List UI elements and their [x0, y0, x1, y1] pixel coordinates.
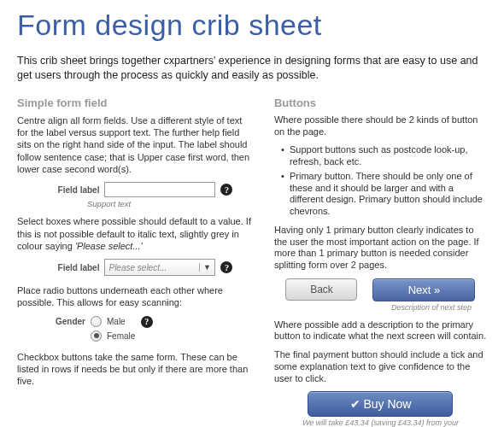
button-row: Back Next » — [274, 278, 487, 301]
chevron-down-icon: ▼ — [199, 263, 211, 272]
select-field-example: Field label Please select... ▼ ? — [17, 259, 255, 276]
help-icon[interactable]: ? — [220, 261, 232, 273]
list-item: Support buttons such as postcode look-up… — [274, 144, 487, 168]
paragraph: Centre align all form fields. Use a diff… — [17, 114, 255, 175]
page-title: Form design crib sheet — [17, 9, 487, 42]
radio-female[interactable] — [91, 330, 102, 342]
radio-label: Male — [107, 317, 126, 326]
paragraph: Where possible add a description to the … — [274, 319, 487, 343]
buy-button-caption: We will take £43.34 (saving £43.34) from… — [274, 418, 487, 427]
next-button[interactable]: Next » — [372, 278, 475, 301]
text-input[interactable] — [104, 182, 215, 197]
paragraph: Select boxes where possible should defau… — [17, 215, 255, 252]
help-icon[interactable]: ? — [141, 316, 153, 328]
support-text: Support text — [87, 199, 255, 208]
section-heading-buttons: Buttons — [274, 97, 487, 109]
list-item: Primary button. There should be only one… — [274, 171, 487, 218]
text-field-example: Field label ? — [17, 182, 255, 197]
select-input[interactable]: Please select... ▼ — [104, 259, 215, 276]
back-button[interactable]: Back — [285, 278, 357, 301]
field-label: Field label — [39, 185, 99, 195]
radio-label: Female — [107, 331, 135, 341]
paragraph: Checkbox buttons take the same form. The… — [17, 351, 255, 388]
paragraph: Having only 1 primary button clearly ind… — [274, 225, 487, 272]
section-heading-simple-form-field: Simple form field — [17, 97, 255, 109]
paragraph: Where possible there should be 2 kinds o… — [274, 114, 487, 138]
select-placeholder: Please select... — [108, 263, 167, 272]
field-label: Field label — [39, 263, 99, 272]
radio-male[interactable] — [91, 316, 102, 327]
help-icon[interactable]: ? — [220, 184, 232, 196]
bullet-list: Support buttons such as postcode look-up… — [274, 144, 487, 218]
paragraph: The final payment button should include … — [274, 349, 487, 384]
next-button-caption: Description of next step — [274, 303, 487, 313]
paragraph: Place radio buttons underneath each othe… — [17, 284, 255, 309]
buy-now-button[interactable]: ✔ Buy Now — [308, 391, 453, 417]
intro-text: This crib sheet brings together cxpartne… — [17, 54, 487, 83]
field-label: Gender — [34, 317, 85, 326]
radio-group-gender: Gender Male ? Female — [34, 316, 255, 342]
